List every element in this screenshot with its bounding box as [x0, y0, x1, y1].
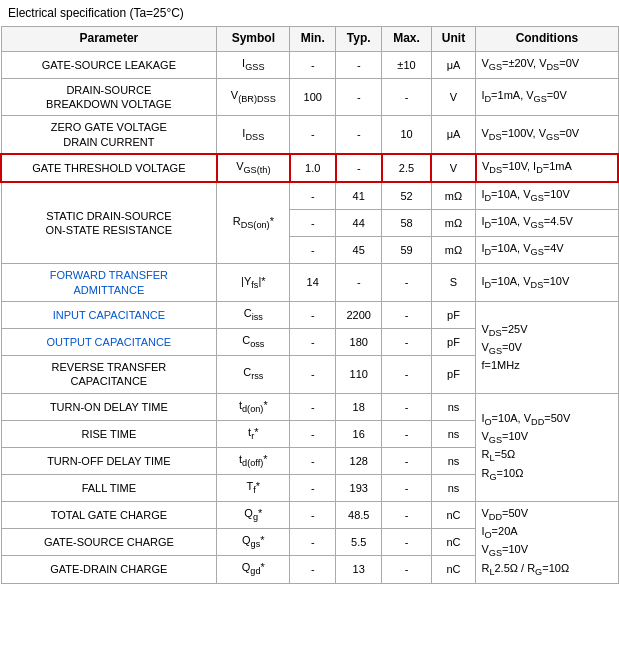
typ-cell: 41 — [336, 182, 382, 210]
col-max: Max. — [382, 27, 431, 52]
typ-cell: 193 — [336, 475, 382, 502]
param-cell: GATE-DRAIN CHARGE — [1, 556, 217, 583]
typ-cell: - — [336, 116, 382, 154]
param-cell: REVERSE TRANSFERCAPACITANCE — [1, 356, 217, 394]
min-cell: - — [290, 393, 336, 420]
symbol-cell: td(on)* — [217, 393, 290, 420]
conditions-cell: ID=1mA, VGS=0V — [476, 78, 618, 116]
symbol-cell: Qg* — [217, 502, 290, 529]
max-cell: - — [382, 420, 431, 447]
symbol-cell: Qgs* — [217, 529, 290, 556]
typ-cell: 44 — [336, 210, 382, 237]
param-cell: GATE THRESHOLD VOLTAGE — [1, 154, 217, 182]
min-cell: - — [290, 356, 336, 394]
min-cell: - — [290, 447, 336, 474]
typ-cell: - — [336, 154, 382, 182]
unit-cell: ns — [431, 447, 476, 474]
electrical-spec-table: Parameter Symbol Min. Typ. Max. Unit Con… — [0, 26, 619, 584]
conditions-cell-charge: VDD=50VIO=20AVGS=10VRL2.5Ω / RG=10Ω — [476, 502, 618, 583]
typ-cell: - — [336, 78, 382, 116]
conditions-cell: VDS=10V, ID=1mA — [476, 154, 618, 182]
unit-cell: mΩ — [431, 210, 476, 237]
typ-cell: - — [336, 51, 382, 78]
min-cell: - — [290, 475, 336, 502]
unit-cell: V — [431, 78, 476, 116]
unit-cell: mΩ — [431, 182, 476, 210]
symbol-cell: td(off)* — [217, 447, 290, 474]
min-cell: - — [290, 556, 336, 583]
table-row-highlight: GATE THRESHOLD VOLTAGE VGS(th) 1.0 - 2.5… — [1, 154, 618, 182]
param-cell: RISE TIME — [1, 420, 217, 447]
min-cell: - — [290, 237, 336, 264]
param-cell: OUTPUT CAPACITANCE — [1, 329, 217, 356]
col-symbol: Symbol — [217, 27, 290, 52]
typ-cell: 18 — [336, 393, 382, 420]
conditions-cell: ID=10A, VGS=10V — [476, 182, 618, 210]
param-cell: GATE-SOURCE CHARGE — [1, 529, 217, 556]
param-cell: TOTAL GATE CHARGE — [1, 502, 217, 529]
table-row: DRAIN-SOURCEBREAKDOWN VOLTAGE V(BR)DSS 1… — [1, 78, 618, 116]
conditions-cell: ID=10A, VGS=4V — [476, 237, 618, 264]
table-header-row: Parameter Symbol Min. Typ. Max. Unit Con… — [1, 27, 618, 52]
param-cell: ZERO GATE VOLTAGEDRAIN CURRENT — [1, 116, 217, 154]
min-cell: - — [290, 116, 336, 154]
col-min: Min. — [290, 27, 336, 52]
typ-cell: 45 — [336, 237, 382, 264]
symbol-cell: |Yfs|* — [217, 264, 290, 302]
max-cell: - — [382, 475, 431, 502]
min-cell: - — [290, 210, 336, 237]
param-cell-forward-transfer: FORWARD TRANSFERADMITTANCE — [1, 264, 217, 302]
symbol-cell: tr* — [217, 420, 290, 447]
col-typ: Typ. — [336, 27, 382, 52]
min-cell: - — [290, 182, 336, 210]
param-cell: INPUT CAPACITANCE — [1, 301, 217, 328]
max-cell: - — [382, 529, 431, 556]
min-cell: - — [290, 51, 336, 78]
unit-cell: ns — [431, 393, 476, 420]
unit-cell: μA — [431, 51, 476, 78]
symbol-cell: IGSS — [217, 51, 290, 78]
max-cell: - — [382, 78, 431, 116]
symbol-cell: Ciss — [217, 301, 290, 328]
param-cell: DRAIN-SOURCEBREAKDOWN VOLTAGE — [1, 78, 217, 116]
max-cell: 52 — [382, 182, 431, 210]
unit-cell: mΩ — [431, 237, 476, 264]
param-cell: GATE-SOURCE LEAKAGE — [1, 51, 217, 78]
typ-cell: 128 — [336, 447, 382, 474]
max-cell: - — [382, 502, 431, 529]
unit-cell: nC — [431, 529, 476, 556]
param-cell: FALL TIME — [1, 475, 217, 502]
conditions-cell: VDS=100V, VGS=0V — [476, 116, 618, 154]
max-cell: - — [382, 393, 431, 420]
table-row: GATE-SOURCE LEAKAGE IGSS - - ±10 μA VGS=… — [1, 51, 618, 78]
typ-cell: - — [336, 264, 382, 302]
unit-cell: nC — [431, 556, 476, 583]
unit-cell: nC — [431, 502, 476, 529]
table-row: INPUT CAPACITANCE Ciss - 2200 - pF VDS=2… — [1, 301, 618, 328]
min-cell: - — [290, 420, 336, 447]
max-cell: - — [382, 264, 431, 302]
table-row: FORWARD TRANSFERADMITTANCE |Yfs|* 14 - -… — [1, 264, 618, 302]
header-title: Electrical specification (Ta=25°C) — [0, 0, 619, 26]
unit-cell: ns — [431, 475, 476, 502]
param-cell: TURN-ON DELAY TIME — [1, 393, 217, 420]
col-parameter: Parameter — [1, 27, 217, 52]
max-cell: - — [382, 447, 431, 474]
table-row: TURN-ON DELAY TIME td(on)* - 18 - ns IO=… — [1, 393, 618, 420]
symbol-cell: Crss — [217, 356, 290, 394]
unit-cell: pF — [431, 356, 476, 394]
unit-cell: μA — [431, 116, 476, 154]
symbol-cell: RDS(on)* — [217, 182, 290, 264]
max-cell: - — [382, 556, 431, 583]
min-cell: 1.0 — [290, 154, 336, 182]
symbol-cell: Tf* — [217, 475, 290, 502]
col-unit: Unit — [431, 27, 476, 52]
max-cell: - — [382, 356, 431, 394]
unit-cell: pF — [431, 329, 476, 356]
conditions-cell-switching: IO=10A, VDD=50VVGS=10VRL=5ΩRG=10Ω — [476, 393, 618, 501]
unit-cell: S — [431, 264, 476, 302]
header: Electrical specification (Ta=25°C) — [0, 0, 619, 26]
max-cell: 10 — [382, 116, 431, 154]
max-cell: 2.5 — [382, 154, 431, 182]
table-row: ZERO GATE VOLTAGEDRAIN CURRENT IDSS - - … — [1, 116, 618, 154]
